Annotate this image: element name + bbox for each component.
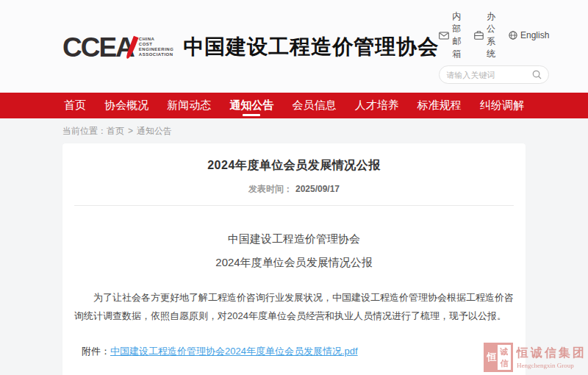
- publish-time-value: 2025/09/17: [295, 184, 340, 194]
- site-title: 中国建设工程造价管理协会: [183, 33, 439, 61]
- watermark-name-cn: 恒诚信集团: [517, 346, 587, 361]
- nav-item-disputes[interactable]: 纠纷调解: [478, 93, 526, 118]
- article-heading-title: 2024年度单位会员发展情况公报: [74, 256, 514, 270]
- nav-item-news[interactable]: 新闻动态: [165, 93, 212, 118]
- watermark-name-en: Hengchengxin Group: [517, 362, 587, 369]
- link-label: 内部邮箱: [452, 10, 462, 60]
- article-card: 2024年度单位会员发展情况公报 发表时间：2025/09/17 中国建设工程造…: [62, 143, 526, 375]
- article-paragraph: 为了让社会各方更好地了解工程造价咨询行业发展状况，中国建设工程造价管理协会根据工…: [74, 288, 514, 325]
- article-title: 2024年度单位会员发展情况公报: [74, 158, 514, 174]
- search-icon[interactable]: [532, 70, 542, 79]
- nav-item-members[interactable]: 会员信息: [291, 93, 338, 118]
- attachment-row: 附件：中国建设工程造价管理协会2024年度单位会员发展情况.pdf: [82, 345, 514, 358]
- nav-item-training[interactable]: 人才培养: [354, 93, 401, 118]
- link-english[interactable]: English: [509, 10, 549, 60]
- site-header: CCEA CHINA COST ENGINEERING ASSOCIATION …: [0, 0, 588, 93]
- watermark-text: 恒诚信集团 Hengchengxin Group: [517, 346, 587, 369]
- globe-icon: [509, 31, 517, 40]
- nav-item-home[interactable]: 首页: [62, 93, 87, 118]
- link-internal-mail[interactable]: 内部邮箱: [439, 10, 462, 60]
- link-label: 办公系统: [487, 10, 497, 60]
- breadcrumb-current[interactable]: 通知公告: [137, 126, 172, 136]
- attachment-label: 附件：: [82, 346, 110, 357]
- article-meta: 发表时间：2025/09/17: [74, 183, 514, 196]
- office-icon: [474, 31, 484, 40]
- article-heading-org: 中国建设工程造价管理协会: [74, 232, 514, 246]
- link-office-system[interactable]: 办公系统: [474, 10, 497, 60]
- nav-item-notices[interactable]: 通知公告: [228, 93, 275, 118]
- header-right: 内部邮箱 办公系统 English: [439, 10, 549, 84]
- publish-time-label: 发表时间：: [248, 184, 293, 194]
- site-logo[interactable]: CCEA CHINA COST ENGINEERING ASSOCIATION …: [62, 33, 439, 61]
- top-links: 内部邮箱 办公系统 English: [439, 10, 549, 60]
- breadcrumb: 当前位置：首页>通知公告: [62, 118, 526, 143]
- mail-icon: [439, 32, 449, 40]
- main-content: 2024年度单位会员发展情况公报 发表时间：2025/09/17 中国建设工程造…: [62, 143, 526, 375]
- logo-acronym: CCEA: [62, 32, 134, 63]
- article-divider: [74, 205, 514, 206]
- breadcrumb-separator: >: [128, 126, 133, 136]
- nav-item-about[interactable]: 协会概况: [103, 93, 150, 118]
- breadcrumb-home[interactable]: 首页: [107, 126, 124, 136]
- logo-subtext: CHINA COST ENGINEERING ASSOCIATION: [139, 37, 174, 57]
- logo-subtext-line: ENGINEERING: [139, 47, 174, 52]
- breadcrumb-label: 当前位置：: [62, 126, 107, 136]
- logo-subtext-line: CHINA: [139, 37, 174, 42]
- logo-acronym-wrap: CCEA: [62, 34, 134, 61]
- logo-subtext-line: COST: [139, 42, 174, 47]
- search-input[interactable]: [446, 71, 532, 79]
- nav-item-standards[interactable]: 标准规程: [416, 93, 463, 118]
- link-label: English: [520, 30, 549, 40]
- search-box: [439, 65, 549, 84]
- logo-subtext-line: ASSOCIATION: [139, 52, 174, 57]
- attachment-pdf-link[interactable]: 中国建设工程造价管理协会2024年度单位会员发展情况.pdf: [110, 346, 358, 357]
- main-nav: 首页 协会概况 新闻动态 通知公告 会员信息 人才培养 标准规程 纠纷调解: [0, 93, 588, 118]
